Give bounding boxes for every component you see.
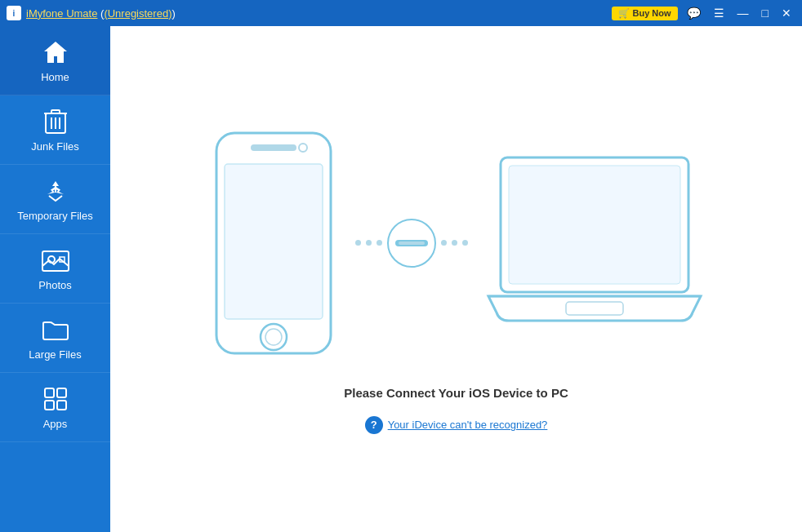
dot-6 — [462, 240, 468, 246]
sidebar-item-photos[interactable]: Photos — [0, 234, 110, 304]
connection-illustration — [208, 125, 705, 361]
connector-section — [355, 219, 468, 268]
app-title: iMyfone Umate ((Unregistered)) — [26, 7, 612, 20]
laptop-illustration — [484, 149, 705, 337]
sidebar-item-apps[interactable]: Apps — [0, 373, 110, 442]
usb-connector — [387, 219, 436, 268]
maximize-button[interactable]: □ — [758, 5, 773, 21]
junk-files-label: Junk Files — [31, 140, 79, 153]
help-link[interactable]: Your iDevice can't be recognized? — [388, 419, 548, 431]
svg-rect-21 — [509, 166, 680, 284]
svg-rect-9 — [57, 388, 66, 397]
help-icon: ? — [365, 416, 383, 434]
sidebar: Home Junk Files — [0, 26, 110, 532]
phone-illustration — [208, 125, 339, 361]
minimize-button[interactable]: — — [733, 5, 753, 21]
recycle-icon — [41, 176, 70, 206]
app-logo: i — [7, 6, 21, 20]
status-message: Please Connect Your iOS Device to PC — [344, 386, 568, 400]
sidebar-item-junk-files[interactable]: Junk Files — [0, 95, 110, 165]
svg-rect-13 — [251, 144, 296, 151]
svg-rect-15 — [225, 164, 323, 319]
dot-3 — [376, 240, 382, 246]
folder-icon — [41, 315, 70, 344]
dot-4 — [441, 240, 447, 246]
svg-rect-11 — [57, 401, 66, 410]
temporary-files-label: Temporary Files — [17, 210, 92, 222]
svg-rect-8 — [45, 388, 54, 397]
menu-icon[interactable]: ☰ — [710, 5, 728, 21]
dot-5 — [452, 240, 457, 246]
svg-rect-10 — [45, 401, 54, 410]
svg-point-16 — [261, 324, 287, 350]
large-files-label: Large Files — [29, 348, 81, 361]
photos-label: Photos — [38, 279, 71, 291]
svg-rect-19 — [399, 242, 425, 245]
close-button[interactable]: ✕ — [777, 5, 795, 21]
cart-icon: 🛒 — [618, 8, 630, 19]
dot-2 — [366, 240, 372, 246]
photos-icon — [41, 246, 70, 275]
title-bar: i iMyfone Umate ((Unregistered)) 🛒 Buy N… — [0, 0, 802, 26]
sidebar-item-temporary-files[interactable]: Temporary Files — [0, 165, 110, 234]
registered-label: (Unregistered) — [104, 7, 172, 20]
home-label: Home — [41, 71, 69, 83]
apps-icon — [41, 384, 70, 414]
apps-label: Apps — [43, 418, 68, 430]
trash-icon — [41, 107, 70, 136]
home-icon — [41, 38, 70, 67]
chat-icon[interactable]: 💬 — [683, 5, 705, 21]
main-layout: Home Junk Files — [0, 26, 802, 532]
help-row[interactable]: ? Your iDevice can't be recognized? — [365, 416, 548, 434]
svg-rect-2 — [51, 110, 60, 113]
content-area: Please Connect Your iOS Device to PC ? Y… — [110, 26, 802, 532]
buy-now-label: Buy Now — [632, 8, 671, 18]
sidebar-item-home[interactable]: Home — [0, 26, 110, 95]
sidebar-item-large-files[interactable]: Large Files — [0, 304, 110, 373]
dot-1 — [355, 240, 361, 246]
buy-now-button[interactable]: 🛒 Buy Now — [612, 7, 677, 20]
app-name: iMyfone Umate — [26, 7, 97, 20]
window-controls: 🛒 Buy Now 💬 ☰ — □ ✕ — [612, 5, 795, 21]
